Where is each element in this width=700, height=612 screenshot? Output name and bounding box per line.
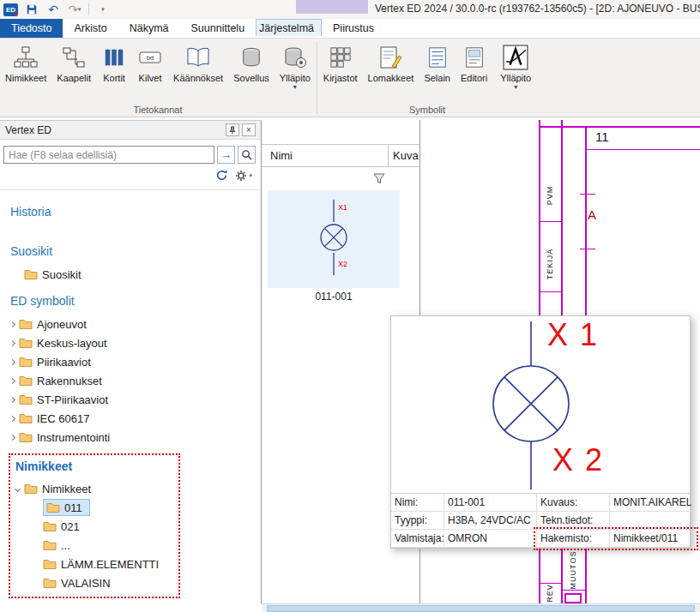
kilvet-button[interactable]: txt Kilvet bbox=[132, 40, 168, 83]
svg-text:txt: txt bbox=[147, 54, 154, 62]
kaannokset-button[interactable]: Käännökset bbox=[168, 40, 228, 83]
prop-value: OMRON bbox=[444, 530, 537, 548]
frame-line bbox=[539, 126, 700, 128]
document-editor-icon bbox=[463, 44, 486, 71]
quick-access-customize-button[interactable]: ▾ bbox=[95, 2, 111, 17]
ribbon-item-label: Sovellus bbox=[233, 73, 269, 83]
save-icon bbox=[26, 3, 38, 15]
yllapito-tietokannat-button[interactable]: Ylläpito ▾ bbox=[275, 40, 316, 91]
editori-button[interactable]: Editori bbox=[456, 40, 492, 83]
ribbon-item-label: Lomakkeet bbox=[368, 73, 414, 83]
divider bbox=[0, 189, 261, 190]
yllapito-symbolit-button[interactable]: Ylläpito ▾ bbox=[495, 40, 536, 91]
tree-item-nimikkeet-folder[interactable]: Nimikkeet bbox=[15, 479, 173, 498]
column-header-nimi[interactable]: Nimi bbox=[262, 145, 388, 166]
tree-item-ellipsis[interactable]: ... bbox=[43, 536, 173, 555]
tree-item-label: LÄMM.ELEMENTTI bbox=[61, 558, 159, 571]
settings-button[interactable]: ▾ bbox=[235, 170, 252, 182]
column-header-kuva[interactable]: Kuva bbox=[389, 145, 419, 166]
kirjastot-button[interactable]: Kirjastot bbox=[318, 40, 363, 83]
folder-icon bbox=[19, 413, 33, 424]
search-button[interactable] bbox=[238, 146, 256, 164]
title-bar: ED ↶ ↷▾ ▾ Vertex ED 2024 / 30.0.0-rc (r1… bbox=[0, 0, 700, 19]
window-title: Vertex ED 2024 / 30.0.0-rc (r193762-1356… bbox=[375, 3, 700, 15]
prop-value: 011-001 bbox=[444, 494, 537, 512]
panel-header: Vertex ED × bbox=[0, 121, 261, 140]
nimikkeet-button[interactable]: Nimikkeet bbox=[0, 40, 51, 83]
sovellus-button[interactable]: Sovellus bbox=[228, 40, 275, 83]
magnifier-icon bbox=[241, 149, 252, 160]
ribbon-item-label: Selain bbox=[424, 73, 450, 83]
tree-item-keskus-layout[interactable]: Keskus-layout bbox=[10, 333, 250, 352]
chevron-down-icon bbox=[15, 485, 21, 491]
tree-item-011[interactable]: 011 bbox=[43, 498, 173, 517]
selected-highlight: 011 bbox=[43, 499, 90, 516]
chevron-right-icon bbox=[9, 377, 15, 383]
scrollbar-thumb[interactable] bbox=[267, 605, 695, 612]
undo-button[interactable]: ↶ bbox=[45, 2, 61, 17]
ribbon-item-label: Käännökset bbox=[173, 73, 223, 83]
tree-item-st-piirikaaviot[interactable]: ST-Piirikaaviot bbox=[10, 390, 250, 409]
tree-item-lamm-elementti[interactable]: LÄMM.ELEMENTTI bbox=[43, 555, 173, 573]
tree-item-valaisin[interactable]: VALAISIN bbox=[43, 573, 173, 592]
tree-item-label: Keskus-layout bbox=[37, 337, 107, 350]
folder-icon bbox=[46, 502, 60, 513]
terminal-label-x2: X 2 bbox=[552, 445, 604, 476]
tree-item-rakennukset[interactable]: Rakennukset bbox=[10, 371, 250, 390]
tree-link-ed-symbolit[interactable]: ED symbolit bbox=[10, 294, 250, 308]
chevron-right-icon bbox=[9, 358, 15, 364]
lomakkeet-button[interactable]: Lomakkeet bbox=[363, 40, 419, 83]
tab-nakyma[interactable]: Näkymä bbox=[118, 19, 180, 38]
prop-label: Tyyppi: bbox=[391, 512, 444, 530]
frame-line bbox=[585, 149, 700, 150]
form-pencil-icon bbox=[378, 44, 402, 71]
close-button[interactable]: × bbox=[242, 123, 256, 136]
pin-button[interactable] bbox=[226, 123, 239, 136]
terminal-label-x1: X 1 bbox=[547, 320, 599, 351]
tree-item-label: Instrumentointi bbox=[37, 431, 110, 444]
folder-icon bbox=[43, 521, 57, 532]
tree-item-label: Suosikit bbox=[42, 268, 81, 281]
tab-jarjestelma[interactable]: Järjestelmä bbox=[256, 19, 322, 36]
titleblock-label-muutos: MUUTOS bbox=[569, 551, 577, 590]
separator bbox=[88, 3, 89, 15]
symbol-thumbnail-011-001[interactable]: X1 X2 bbox=[268, 190, 400, 288]
selain-button[interactable]: Selain bbox=[419, 40, 456, 83]
search-input[interactable] bbox=[3, 146, 214, 164]
kortit-button[interactable]: Kortit bbox=[96, 40, 132, 83]
funnel-icon bbox=[373, 172, 385, 184]
tab-tiedosto[interactable]: Tiedosto bbox=[0, 19, 63, 38]
ribbon-item-label: Ylläpito bbox=[280, 73, 311, 83]
chevron-down-icon: ▾ bbox=[293, 83, 297, 91]
search-go-button[interactable]: → bbox=[217, 146, 235, 164]
ribbon-item-label: Kirjastot bbox=[323, 73, 358, 83]
chevron-right-icon bbox=[9, 396, 15, 402]
tab-arkisto[interactable]: Arkisto bbox=[63, 19, 118, 38]
tree-item-ajoneuvot[interactable]: Ajoneuvot bbox=[10, 315, 250, 333]
close-icon: × bbox=[246, 126, 251, 135]
tree-link-suosikit[interactable]: Suosikit bbox=[10, 244, 250, 258]
tree-item-instrumentointi[interactable]: Instrumentointi bbox=[10, 428, 250, 447]
zone-tick bbox=[580, 249, 595, 249]
zone-tick bbox=[580, 194, 595, 195]
tree-item-label: ... bbox=[61, 539, 70, 552]
tab-piirustus[interactable]: Piirustus bbox=[322, 19, 385, 38]
nimikkeet-annotation-box: Nimikkeet Nimikkeet 011 021 ... LÄMM.ELE… bbox=[9, 453, 180, 598]
refresh-button[interactable] bbox=[215, 169, 228, 182]
redo-button[interactable]: ↷▾ bbox=[67, 2, 82, 17]
filter-button[interactable] bbox=[371, 171, 387, 185]
horizontal-scrollbar[interactable] bbox=[262, 603, 700, 612]
tab-suunnittelu[interactable]: Suunnittelu bbox=[180, 19, 256, 38]
tree-item-iec-60617[interactable]: IEC 60617 bbox=[10, 409, 250, 428]
tree-link-nimikkeet[interactable]: Nimikkeet bbox=[15, 459, 173, 473]
tree-link-historia[interactable]: Historia bbox=[10, 205, 250, 219]
tree-item-suosikit-folder[interactable]: Suosikit bbox=[24, 265, 250, 284]
sheet-number: 11 bbox=[595, 129, 609, 144]
titleblock-line bbox=[539, 291, 561, 292]
folder-icon bbox=[19, 375, 33, 387]
tree-item-021[interactable]: 021 bbox=[43, 517, 173, 536]
kaapelit-button[interactable]: Kaapelit bbox=[51, 40, 96, 83]
save-button[interactable] bbox=[24, 2, 39, 17]
tree-item-piirikaaviot[interactable]: Piirikaaviot bbox=[10, 352, 250, 371]
folder-icon bbox=[19, 432, 33, 443]
